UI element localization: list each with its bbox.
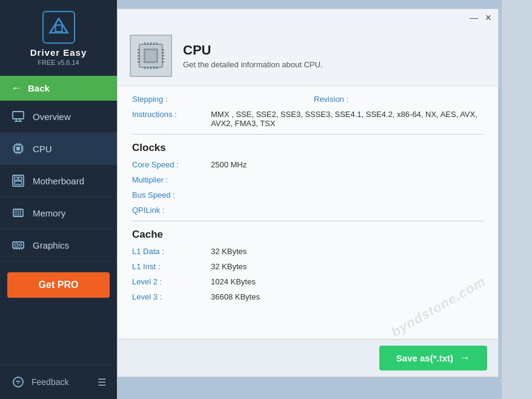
sidebar-item-memory[interactable]: Memory [0,197,117,229]
brand-name: Driver Easy [30,47,87,58]
background-taskbar [502,0,532,399]
bus-speed-label: Bus Speed : [132,190,211,200]
save-button[interactable]: Save as(*.txt) → [379,346,487,370]
l1-data-value: 32 KBytes [211,247,484,256]
sidebar-item-graphics[interactable]: Graphics [0,229,117,261]
cpu-nav-icon [11,141,25,156]
panel-title-text: CPU Get the detailed information about C… [183,42,323,69]
svg-rect-40 [145,50,156,61]
memory-label: Memory [33,208,65,218]
sidebar-item-cpu[interactable]: CPU [0,133,117,165]
clocks-section-title: Clocks [132,142,484,154]
sidebar: Driver Easy FREE v5.6.14 ← Back Overview [0,0,117,399]
motherboard-icon [11,173,25,188]
level3-value: 36608 KBytes [211,292,484,301]
list-icon: ☰ [98,377,106,388]
svg-rect-21 [15,177,18,180]
core-speed-label: Core Speed : [132,160,211,169]
sidebar-item-overview[interactable]: Overview [0,101,117,133]
svg-rect-7 [16,147,20,150]
qpilink-row: QPILink : [132,206,484,215]
l1-inst-row: L1 Inst : 32 KBytes [132,262,484,271]
instructions-value: MMX , SSE, SSE2, SSE3, SSSE3, SSE4.1, SS… [211,110,484,128]
memory-icon [11,206,25,220]
svg-rect-2 [13,112,24,119]
motherboard-label: Motherboard [33,176,84,186]
bus-speed-row: Bus Speed : [132,190,484,200]
back-label: Back [28,83,50,93]
svg-rect-30 [15,244,18,246]
brand-version: FREE v5.6.14 [38,59,79,66]
panel-title: CPU [183,42,323,58]
feedback-area: Feedback ☰ [0,364,117,399]
save-label: Save as(*.txt) [396,353,453,363]
cache-divider [132,221,484,221]
get-pro-button[interactable]: Get PRO [7,272,110,298]
core-speed-value: 2500 MHz [211,160,484,169]
revision-label: Revision : [314,95,381,104]
stepping-row: Stepping : Revision : [132,95,484,104]
multiplier-label: Multiplier : [132,175,211,184]
l1-data-label: L1 Data : [132,247,211,256]
svg-rect-24 [13,209,23,216]
back-arrow-icon: ← [11,82,22,95]
svg-rect-1 [55,25,62,32]
level2-row: Level 2 : 1024 KBytes [132,277,484,286]
feedback-icon [11,375,25,389]
l1-inst-label: L1 Inst : [132,262,211,271]
sidebar-item-motherboard[interactable]: Motherboard [0,165,117,197]
svg-rect-23 [15,181,22,184]
level3-row: Level 3 : 36608 KBytes [132,292,484,301]
logo-area: Driver Easy FREE v5.6.14 [0,0,117,72]
cpu-icon-box [130,35,172,77]
clocks-divider [132,134,484,135]
minimize-button[interactable]: — [469,13,479,22]
app-logo [42,11,75,44]
overview-label: Overview [33,112,71,122]
graphics-label: Graphics [33,240,69,250]
cpu-label: CPU [33,144,52,154]
panel-body[interactable]: Stepping : Revision : Instructions : MMX… [118,86,498,339]
svg-rect-22 [19,177,22,180]
svg-point-31 [19,244,22,246]
level3-label: Level 3 : [132,292,211,301]
main-panel: — ✕ [117,8,499,377]
save-arrow-icon: → [459,352,470,364]
svg-point-37 [18,383,19,384]
l1-data-row: L1 Data : 32 KBytes [132,247,484,256]
level2-label: Level 2 : [132,277,211,286]
level2-value: 1024 KBytes [211,277,484,286]
multiplier-row: Multiplier : [132,175,484,184]
panel-titlebar: — ✕ [118,9,498,26]
l1-inst-value: 32 KBytes [211,262,484,271]
back-button[interactable]: ← Back [0,76,117,101]
feedback-label: Feedback [32,377,68,387]
panel-footer: Save as(*.txt) → [118,339,498,377]
close-button[interactable]: ✕ [484,13,493,22]
graphics-icon [11,238,25,252]
panel-header: CPU Get the detailed information about C… [118,26,498,86]
panel-description: Get the detailed information about CPU. [183,60,323,69]
cache-section-title: Cache [132,229,484,241]
core-speed-row: Core Speed : 2500 MHz [132,160,484,169]
instructions-row: Instructions : MMX , SSE, SSE2, SSE3, SS… [132,110,484,128]
instructions-label: Instructions : [132,110,211,119]
monitor-icon [11,109,25,124]
qpilink-label: QPILink : [132,206,211,215]
stepping-label: Stepping : [132,95,211,104]
